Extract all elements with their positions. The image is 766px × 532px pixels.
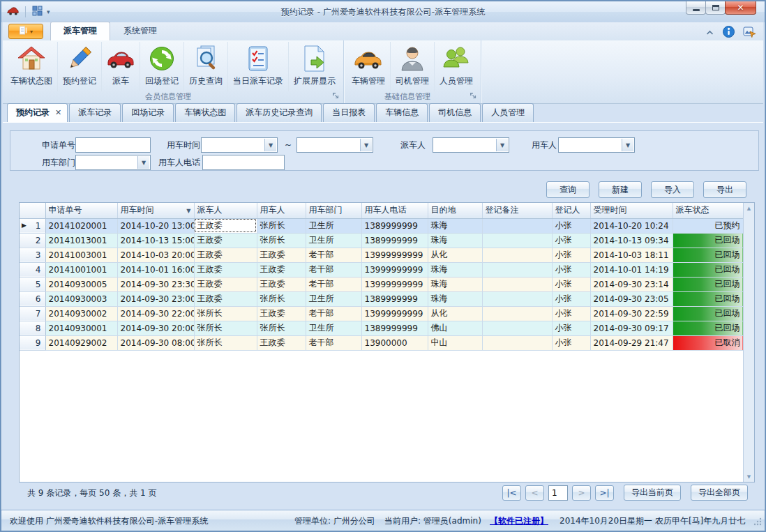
- cell-use_time[interactable]: 2014-10-13 15:00: [117, 233, 194, 248]
- doc-tab-司机信息[interactable]: 司机信息: [429, 103, 481, 122]
- cell-status[interactable]: 已回场: [673, 277, 743, 291]
- cell-passenger[interactable]: 王政委: [257, 277, 306, 291]
- export-all-pages-button[interactable]: 导出全部页: [691, 485, 748, 501]
- cell-dispatcher[interactable]: 王政委: [194, 233, 257, 248]
- doc-tab-当日报表[interactable]: 当日报表: [323, 103, 375, 122]
- cell-dispatcher[interactable]: 王政委: [194, 248, 257, 262]
- cell-registrar[interactable]: 小张: [552, 335, 590, 350]
- cell-dept[interactable]: 卫生所: [306, 233, 361, 248]
- cell-dest[interactable]: 珠海: [428, 262, 482, 277]
- doc-tab-车辆信息[interactable]: 车辆信息: [376, 103, 428, 122]
- cell-remark[interactable]: [482, 248, 552, 262]
- cell-dest[interactable]: 珠海: [428, 218, 482, 233]
- column-header-用车人[interactable]: 用车人: [257, 203, 306, 218]
- cell-phone[interactable]: 1389999999: [361, 321, 428, 335]
- dialog-launcher-icon[interactable]: [332, 91, 339, 101]
- row-indicator-cell[interactable]: 7: [20, 306, 45, 321]
- column-header-目的地[interactable]: 目的地: [428, 203, 482, 218]
- chevron-down-icon[interactable]: ▼: [137, 156, 149, 169]
- table-row[interactable]: 6201409300032014-09-30 23:00王政委张所长卫生所138…: [20, 291, 743, 306]
- ribbon-button-扩展屏显示[interactable]: 扩展屏显示: [289, 42, 340, 91]
- table-row[interactable]: 5201409300052014-09-30 23:30王政委王政委老干部139…: [20, 277, 743, 291]
- cell-status[interactable]: 已回场: [673, 306, 743, 321]
- cell-use_time[interactable]: 2014-09-30 08:00: [117, 335, 194, 350]
- export-current-page-button[interactable]: 导出当前页: [624, 485, 681, 501]
- cell-dept[interactable]: 卫生所: [306, 321, 361, 335]
- cell-accept_time[interactable]: 2014-09-30 22:59: [590, 306, 673, 321]
- minimize-button[interactable]: [686, 1, 706, 15]
- cell-use_time[interactable]: 2014-09-30 23:00: [117, 291, 194, 306]
- table-row[interactable]: 9201409290022014-09-30 08:00张所长王政委老干部139…: [20, 335, 743, 350]
- cell-accept_time[interactable]: 2014-10-01 14:19: [590, 262, 673, 277]
- column-header-受理时间[interactable]: 受理时间: [590, 203, 673, 218]
- cell-phone[interactable]: 13999999999: [361, 262, 428, 277]
- cell-dest[interactable]: 佛山: [428, 321, 482, 335]
- next-page-button[interactable]: >: [572, 485, 591, 501]
- doc-tab-派车历史记录查询[interactable]: 派车历史记录查询: [236, 103, 322, 122]
- cell-registrar[interactable]: 小张: [552, 306, 590, 321]
- ribbon-collapse-chevron-icon[interactable]: [705, 28, 714, 38]
- cell-passenger[interactable]: 王政委: [257, 248, 306, 262]
- cell-status[interactable]: 已回场: [673, 262, 743, 277]
- cell-dest[interactable]: 珠海: [428, 291, 482, 306]
- cell-dispatcher[interactable]: 王政委: [194, 291, 257, 306]
- cell-dispatcher[interactable]: 张所长: [194, 335, 257, 350]
- chevron-down-icon[interactable]: ▼: [360, 139, 372, 151]
- page-number-input[interactable]: [548, 485, 568, 501]
- table-row[interactable]: 4201410010012014-10-01 16:00王政委王政委老干部139…: [20, 262, 743, 277]
- table-row[interactable]: 2201410130012014-10-13 15:00王政委张所长卫生所138…: [20, 233, 743, 248]
- cell-registrar[interactable]: 小张: [552, 277, 590, 291]
- cell-order_no[interactable]: 20140930005: [45, 277, 117, 291]
- cell-dept[interactable]: 卫生所: [306, 291, 361, 306]
- cell-use_time[interactable]: 2014-10-20 13:00: [117, 218, 194, 233]
- row-indicator-cell[interactable]: 4: [20, 262, 45, 277]
- row-indicator-cell[interactable]: 9: [20, 335, 45, 350]
- cell-passenger[interactable]: 王政委: [257, 262, 306, 277]
- cell-registrar[interactable]: 小张: [552, 321, 590, 335]
- prev-page-button[interactable]: <: [525, 485, 544, 501]
- ribbon-button-回场登记[interactable]: 回场登记: [140, 42, 184, 91]
- cell-status[interactable]: 已回场: [673, 233, 743, 248]
- cell-registrar[interactable]: 小张: [552, 248, 590, 262]
- maximize-button[interactable]: [705, 1, 726, 15]
- table-row[interactable]: 1▶201410200012014-10-20 13:00王政委张所长卫生所13…: [20, 218, 743, 233]
- resize-grip[interactable]: [753, 517, 762, 528]
- cell-remark[interactable]: [482, 218, 552, 233]
- cell-status[interactable]: 已回场: [673, 291, 743, 306]
- column-header-用车人电话[interactable]: 用车人电话: [361, 203, 428, 218]
- info-icon[interactable]: [723, 26, 735, 40]
- scroll-up-icon[interactable]: ▲: [744, 203, 754, 213]
- row-indicator-cell[interactable]: 3: [20, 248, 45, 262]
- table-row[interactable]: 3201410030012014-10-03 20:00王政委王政委老干部139…: [20, 248, 743, 262]
- chevron-down-icon[interactable]: ▼: [264, 139, 276, 151]
- column-header-用车时间[interactable]: 用车时间▼: [117, 203, 194, 218]
- cell-accept_time[interactable]: 2014-10-13 09:34: [590, 233, 673, 248]
- query-button[interactable]: 查询: [546, 181, 589, 198]
- cell-registrar[interactable]: 小张: [552, 291, 590, 306]
- cell-dest[interactable]: 从化: [428, 306, 482, 321]
- chevron-down-icon[interactable]: ▼: [622, 139, 633, 151]
- cell-phone[interactable]: 13999999999: [361, 277, 428, 291]
- cell-passenger[interactable]: 张所长: [257, 321, 306, 335]
- cell-accept_time[interactable]: 2014-09-30 23:05: [590, 291, 673, 306]
- cell-accept_time[interactable]: 2014-10-20 10:24: [590, 218, 673, 233]
- cell-remark[interactable]: [482, 306, 552, 321]
- order-no-input[interactable]: [75, 137, 151, 153]
- cell-dept[interactable]: 老干部: [306, 306, 361, 321]
- cell-registrar[interactable]: 小张: [552, 262, 590, 277]
- cell-dispatcher[interactable]: 王政委: [194, 218, 257, 233]
- last-page-button[interactable]: >|: [595, 485, 614, 501]
- close-tab-icon[interactable]: ✕: [55, 108, 61, 117]
- scroll-down-icon[interactable]: ▼: [744, 471, 754, 482]
- phone-input[interactable]: [202, 155, 285, 170]
- row-indicator-cell[interactable]: 2: [20, 233, 45, 248]
- row-indicator-cell[interactable]: 6: [20, 291, 45, 306]
- quick-access-layout-icon[interactable]: [32, 6, 43, 18]
- column-header-派车状态[interactable]: 派车状态: [673, 203, 743, 218]
- cell-remark[interactable]: [482, 233, 552, 248]
- ribbon-button-车辆管理[interactable]: 车辆管理: [347, 42, 391, 91]
- cell-phone[interactable]: 13999999999: [361, 306, 428, 321]
- cell-remark[interactable]: [482, 335, 552, 350]
- cell-dest[interactable]: 珠海: [428, 277, 482, 291]
- row-indicator-cell[interactable]: 5: [20, 277, 45, 291]
